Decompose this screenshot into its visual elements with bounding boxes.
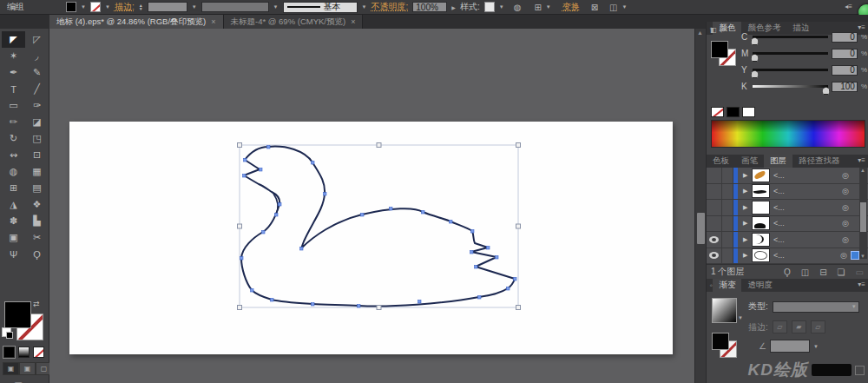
black-swatch[interactable] [727,107,740,117]
layer-thumbnail[interactable] [752,184,770,198]
stroke-weight-stepper[interactable]: ▲▼ [139,3,143,10]
selection-indicator[interactable] [851,251,859,260]
canvas-area[interactable] [49,29,694,383]
visibility-toggle[interactable] [707,232,722,248]
make-clipping-mask-icon[interactable]: ◫ [801,267,809,277]
layer-row[interactable]: ▶<...◎ [707,184,868,201]
lock-toggle[interactable] [722,232,733,248]
gradient-panel-menu-icon[interactable]: ▾≡ [858,281,865,288]
zoom-tool-icon[interactable]: Ϙ [25,246,49,262]
yellow-value-input[interactable]: 0 [832,65,858,76]
stroke-link[interactable]: 描边: [115,1,135,13]
layer-label[interactable]: <... [770,171,838,180]
expand-triangle-icon[interactable]: ▶ [743,252,752,259]
direct-selection-tool-icon[interactable]: ◸ [25,31,49,48]
expand-triangle-icon[interactable]: ▶ [743,236,752,243]
target-circle-icon[interactable]: ◎ [838,187,852,195]
layers-scroll-up-icon[interactable]: ▲ [860,168,865,173]
scrollbar-up-icon[interactable]: ▲ [697,30,703,36]
symbol-options-dropdown-icon[interactable]: ▼ [546,4,551,10]
fill-dropdown-icon[interactable]: ▼ [81,4,86,10]
type-tool-icon[interactable]: T [2,81,25,97]
visibility-toggle[interactable] [707,184,722,200]
dock-collapse-icon[interactable]: ◂≡ [845,3,852,10]
black-slider[interactable] [753,85,828,88]
rotate-tool-icon[interactable]: ↻ [2,130,25,147]
black-value-input[interactable]: 100 [832,82,858,92]
draw-normal-button[interactable]: ▣ [3,362,19,375]
variable-width-combo[interactable] [201,2,269,12]
magenta-slider[interactable] [753,52,828,55]
gradient-angle-dropdown-icon[interactable]: ▼ [813,344,819,349]
stroke-gradient-along-button[interactable]: ▰ [792,320,806,333]
brush-definition-dropdown-icon[interactable]: ▼ [362,4,367,10]
slice-tool-icon[interactable]: ✂ [25,229,49,246]
color-fill-stroke-proxy[interactable] [711,41,737,70]
lock-toggle[interactable] [722,248,733,264]
selection-handles[interactable] [238,143,521,310]
opacity-input[interactable]: 100% [412,2,447,12]
gradient-fill-stroke-proxy[interactable] [712,333,738,362]
gradient-tool-icon[interactable]: ▤ [25,180,49,196]
swap-fill-stroke-icon[interactable]: ⇄ [33,300,40,308]
visibility-toggle[interactable] [707,216,722,232]
gradient-preview-dropdown-icon[interactable]: ▼ [738,315,743,320]
swan-path[interactable] [241,147,515,307]
delete-layer-icon[interactable]: ▭ [856,267,864,277]
layer-thumbnail[interactable] [752,233,770,247]
layers-panel-menu-icon[interactable]: ▾≡ [858,156,865,164]
yellow-slider[interactable] [753,69,828,71]
width-tool-icon[interactable]: ↭ [2,147,25,163]
artboard-tool-icon[interactable]: ▣ [2,229,25,246]
brush-definition-combo[interactable]: 基本 [283,2,358,13]
arrange-icon[interactable]: ◫ [609,3,617,12]
lock-toggle[interactable] [722,216,733,232]
align-icon[interactable]: ⊠ [591,3,598,12]
opacity-dropdown-icon[interactable]: ▶ [451,4,456,10]
gradient-preview-swatch[interactable] [712,298,737,323]
doc-tab-1[interactable]: 地标 (4).eps* @ 24.86% (RGB/叠印预览) × [49,15,224,29]
magic-wand-tool-icon[interactable]: ✶ [2,48,25,64]
layer-row[interactable]: ▶<...◎ [707,232,868,248]
layer-row[interactable]: ▶<...◎ [707,248,868,265]
layers-scrollbar-thumb[interactable] [860,202,866,232]
layer-label[interactable]: <... [770,187,838,195]
pen-tool-icon[interactable]: ✒ [2,64,25,81]
lock-toggle[interactable] [722,184,733,200]
eyedropper-tool-icon[interactable]: ◮ [2,196,25,213]
arrange-dropdown-icon[interactable]: ▼ [622,4,628,10]
selection-bounding-box[interactable] [240,145,518,307]
layers-scroll-down-icon[interactable]: ▼ [860,254,865,259]
anchor-points[interactable] [240,146,517,308]
layer-thumbnail[interactable] [752,201,770,215]
none-button[interactable] [33,347,44,358]
tab-brushes[interactable]: 画笔 [735,155,764,168]
default-fill-stroke-icon[interactable] [2,327,11,337]
column-graph-tool-icon[interactable]: ▙ [25,213,49,229]
layer-thumbnail[interactable] [752,168,770,182]
gradient-angle-input[interactable] [770,340,810,353]
paintbrush-tool-icon[interactable]: ✑ [25,97,49,114]
visibility-toggle[interactable] [707,200,722,215]
expand-triangle-icon[interactable]: ▶ [743,220,752,227]
layer-thumbnail[interactable] [752,248,770,262]
doc-tab-2[interactable]: 未标题-4* @ 69% (CMYK/预览) × [224,15,364,29]
gradient-type-select[interactable]: ▼ [773,301,859,313]
expand-triangle-icon[interactable]: ▶ [743,188,752,195]
eraser-tool-icon[interactable]: ◪ [25,114,49,130]
shape-builder-tool-icon[interactable]: ◍ [2,163,25,180]
pencil-tool-icon[interactable]: ✏ [2,114,25,130]
lock-toggle[interactable] [722,200,733,215]
transform-link[interactable]: 变换 [562,1,580,13]
magenta-value-input[interactable]: 0 [832,49,858,59]
fill-color-swatch[interactable] [66,2,76,12]
tab-swatches[interactable]: 色板 [707,155,735,168]
variable-width-dropdown-icon[interactable]: ▼ [273,4,279,10]
layer-label[interactable]: <... [770,203,838,212]
gradient-button[interactable] [18,347,30,358]
lock-toggle[interactable] [722,168,733,183]
doc-tab-2-close-icon[interactable]: × [351,17,355,26]
line-segment-tool-icon[interactable]: ╱ [25,81,49,97]
stroke-gradient-across-button[interactable]: ▱ [811,320,825,333]
free-transform-tool-icon[interactable]: ⊡ [25,147,49,163]
